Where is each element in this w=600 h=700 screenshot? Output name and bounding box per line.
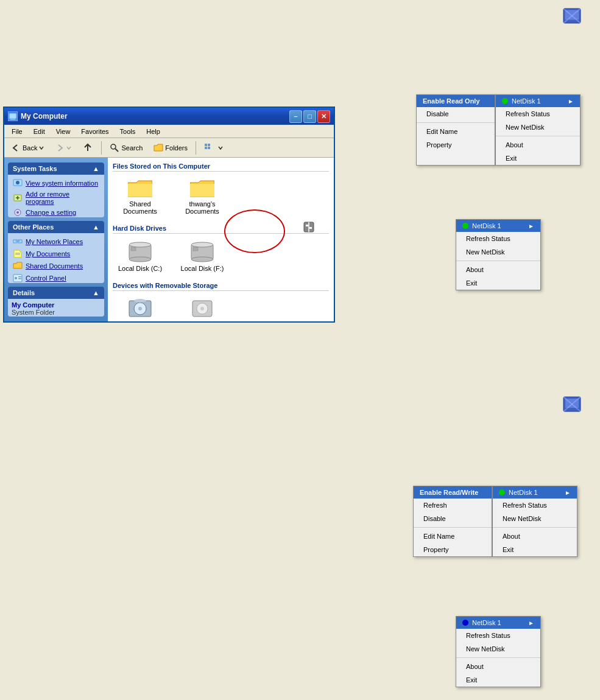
file-item-disk-c[interactable]: Local Disk (C:) [113,239,168,275]
back-button[interactable]: Back [7,140,48,156]
ctx-refresh-3[interactable]: Refresh [414,499,492,512]
ctx-exit-2[interactable]: Exit [456,276,540,290]
minimize-button[interactable]: – [289,110,302,123]
up-button[interactable] [78,140,97,156]
menubar: File Edit View Favorites Tools Help [4,125,334,138]
sidebar-item-change-setting[interactable]: Change a setting [12,206,101,217]
sidebar-item-shareddocs[interactable]: Shared Documents [12,260,101,272]
svg-point-35 [191,242,213,247]
tray-icon-top[interactable] [562,6,582,26]
tray-icon-second[interactable] [562,394,582,414]
ctx-refresh-status-3[interactable]: Refresh Status [493,499,577,512]
menu-view[interactable]: View [51,127,76,136]
maximize-button[interactable]: □ [303,110,316,123]
file-item-disk-f[interactable]: Local Disk (F:) [175,239,230,275]
ctx-disable-3[interactable]: Disable [414,512,492,525]
content-area: System Tasks ▲ View system information [4,158,334,321]
menu-file[interactable]: File [7,127,27,136]
netdisk-header-4[interactable]: NetDisk 1 ► [456,617,540,629]
ctx-new-netdisk-3[interactable]: New NetDisk [493,512,577,525]
context-menu-4: NetDisk 1 ► Refresh Status New NetDisk A… [456,616,541,687]
ctx-divider-3 [414,527,492,528]
netdisk-header-1[interactable]: NetDisk 1 ► [496,95,580,107]
file-item-wxpchk[interactable]: WXPCHK_EN (D:) [113,296,168,321]
svg-rect-10 [205,144,207,146]
ctx-about-3[interactable]: About [493,530,577,543]
menu-edit[interactable]: Edit [29,127,50,136]
ctx-header-3[interactable]: Enable Read/Write [414,486,492,499]
ctx-refresh-status-2[interactable]: Refresh Status [456,232,540,245]
file-item-cdrw[interactable]: CD-R/W Drive (E:) [175,296,230,321]
ctx-new-netdisk-2[interactable]: New NetDisk [456,245,540,259]
hard-disk-grid: Local Disk (C:) Local Disk (F:) [113,239,329,275]
ctx-exit-1[interactable]: Exit [496,152,580,165]
views-button[interactable] [200,140,227,156]
folders-button[interactable]: Folders [149,140,192,156]
menu-tools[interactable]: Tools [115,127,141,136]
ctx-exit-3[interactable]: Exit [493,543,577,556]
ctx-refresh-status-1[interactable]: Refresh Status [496,107,580,121]
sidebar-item-controlpanel[interactable]: Control Panel [12,272,101,283]
ctx-about-4[interactable]: About [456,660,540,673]
svg-point-44 [200,307,204,310]
file-item-shared-docs[interactable]: Shared Documents [113,177,168,217]
details-header: Details ▲ [8,287,104,299]
menu-favorites[interactable]: Favorites [76,127,113,136]
ctx-about-2[interactable]: About [456,263,540,276]
window-title: My Computer [21,112,286,121]
ctx-property-3[interactable]: Property [414,543,492,556]
svg-point-27 [15,277,17,279]
svg-rect-7 [9,119,16,120]
netdisk-label-2: NetDisk 1 [472,222,501,229]
svg-rect-13 [208,147,210,149]
sidebar-item-view-system[interactable]: View system information [12,177,101,189]
netdisk-header-3[interactable]: NetDisk 1 ► [493,486,577,499]
ctx-property-1[interactable]: Property [417,138,495,152]
sidebar-item-mydocs[interactable]: My Documents [12,248,101,260]
details-content: My Computer System Folder [8,299,104,317]
folders-label: Folders [165,144,188,152]
ctx-editname-3[interactable]: Edit Name [414,530,492,543]
svg-point-40 [138,307,142,310]
ctx-editname-1[interactable]: Edit Name [417,125,495,138]
removable-grid: WXPCHK_EN (D:) CD-R/W Drive (E:) [113,296,329,321]
sidebar-item-add-remove[interactable]: Add or remove programs [12,189,101,206]
titlebar: My Computer – □ ✕ [4,108,334,125]
details-section: Details ▲ My Computer System Folder [8,287,104,317]
ctx-menu-left-3: Enable Read/Write Refresh Disable Edit N… [413,486,492,557]
file-label-thwang-docs: thwang's Documents [177,200,227,215]
ctx-header-1[interactable]: Enable Read Only [417,95,495,107]
forward-button[interactable] [51,140,76,156]
other-places-section: Other Places ▲ My Network Places [8,221,104,283]
search-button[interactable]: Search [105,140,147,156]
close-button[interactable]: ✕ [317,110,330,123]
files-grid: Shared Documents thwang's Documents [113,177,329,217]
ctx-exit-4[interactable]: Exit [456,673,540,687]
context-menu-3: Enable Read/Write Refresh Disable Edit N… [413,486,577,557]
submenu-arrow-2: ► [528,223,534,229]
ctx-new-netdisk-1[interactable]: New NetDisk [496,121,580,134]
details-subtitle: System Folder [12,309,101,316]
netdisk-header-2[interactable]: NetDisk 1 ► [456,220,540,232]
netdisk-label-4: NetDisk 1 [472,619,501,626]
svg-rect-47 [306,225,308,226]
usb-icon [302,220,316,237]
svg-rect-12 [205,147,207,149]
other-places-content: My Network Places My Documents [8,233,104,283]
sidebar-item-network[interactable]: My Network Places [12,236,101,248]
ctx-new-netdisk-4[interactable]: New NetDisk [456,642,540,656]
green-dot-1 [502,98,508,104]
ctx-about-1[interactable]: About [496,138,580,152]
menu-help[interactable]: Help [141,127,165,136]
window-buttons[interactable]: – □ ✕ [289,110,330,123]
search-label: Search [121,144,143,152]
svg-point-8 [111,144,116,149]
back-label: Back [23,144,37,152]
file-item-thwang-docs[interactable]: thwang's Documents [175,177,230,217]
other-places-header: Other Places ▲ [8,221,104,233]
ctx-refresh-status-4[interactable]: Refresh Status [456,629,540,642]
ctx-divider-sub-3 [493,527,577,528]
ctx-disable-1[interactable]: Disable [417,107,495,121]
hard-disk-section-title: Hard Disk Drives [113,225,329,234]
file-label-shared-docs: Shared Documents [115,200,165,215]
